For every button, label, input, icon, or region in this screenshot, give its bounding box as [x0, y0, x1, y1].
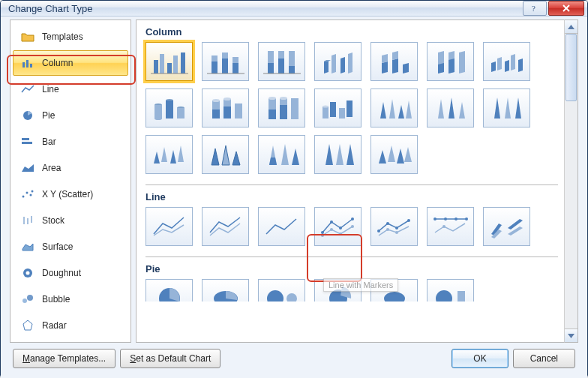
- chart-thumb-stacked-column[interactable]: [202, 42, 249, 81]
- chevron-down-icon: [568, 334, 574, 338]
- sidebar-item-label: Pie: [42, 110, 55, 121]
- column-icon: [21, 57, 34, 69]
- close-button[interactable]: [548, 1, 584, 16]
- chart-thumb-3d-stacked-column[interactable]: [370, 42, 418, 81]
- svg-rect-29: [222, 58, 228, 74]
- surface-icon: [21, 241, 34, 253]
- svg-rect-28: [212, 56, 218, 62]
- svg-rect-24: [173, 56, 178, 74]
- scroll-track[interactable]: [565, 34, 578, 328]
- svg-rect-54: [235, 104, 242, 118]
- help-button[interactable]: ?: [523, 1, 547, 16]
- scroll-thumb[interactable]: [566, 34, 577, 101]
- sidebar-item-stock[interactable]: Stock: [13, 208, 128, 233]
- chart-thumb-100-stacked-line[interactable]: [258, 207, 305, 246]
- svg-rect-30: [222, 52, 228, 58]
- svg-point-75: [377, 230, 380, 232]
- svg-rect-47: [177, 108, 184, 118]
- svg-point-53: [224, 98, 231, 100]
- svg-rect-22: [160, 54, 164, 74]
- svg-rect-59: [280, 105, 287, 119]
- chart-thumb-pyramid-clustered[interactable]: [202, 135, 249, 174]
- scroll-up-button[interactable]: [565, 20, 578, 34]
- chart-thumb-pyramid-100-stacked[interactable]: [314, 135, 362, 174]
- tooltip-line-with-markers: Line with Markers: [323, 278, 398, 292]
- svg-point-88: [267, 290, 284, 302]
- svg-point-81: [434, 218, 436, 220]
- svg-rect-56: [268, 110, 276, 119]
- svg-marker-20: [23, 320, 32, 330]
- scatter-icon: [21, 188, 34, 200]
- svg-point-85: [442, 225, 446, 228]
- chart-thumb-100-stacked-line-markers[interactable]: [427, 207, 474, 246]
- help-icon: ?: [530, 4, 539, 13]
- sidebar-item-label: Stock: [42, 215, 64, 226]
- sidebar-item-column[interactable]: Column: [13, 50, 128, 76]
- chart-thumb-3d-column[interactable]: [483, 42, 530, 81]
- svg-point-82: [444, 218, 447, 220]
- chart-thumb-cone-3d[interactable]: [146, 135, 193, 174]
- scroll-down-button[interactable]: [565, 328, 578, 342]
- chart-thumb-3d-clustered-column[interactable]: [314, 42, 362, 81]
- svg-point-18: [22, 298, 27, 303]
- folder-icon: [21, 31, 34, 43]
- sidebar-item-label: Line: [42, 84, 59, 94]
- svg-point-67: [321, 231, 324, 234]
- line-icon: [21, 83, 34, 95]
- svg-rect-32: [232, 57, 238, 63]
- svg-rect-64: [330, 102, 336, 117]
- svg-point-63: [322, 106, 328, 108]
- chart-thumb-cone-clustered[interactable]: [370, 88, 418, 128]
- svg-point-69: [339, 226, 342, 230]
- section-heading-line: Line: [146, 190, 558, 206]
- gallery-scrollbar[interactable]: [564, 20, 578, 343]
- chart-thumb-pie[interactable]: [146, 279, 193, 302]
- radar-icon: [21, 320, 34, 332]
- chart-thumb-cylinder-100-stacked[interactable]: [258, 88, 305, 128]
- chart-thumb-cone-100-stacked[interactable]: [483, 88, 530, 128]
- chart-thumb-pie-of-pie[interactable]: [258, 279, 305, 302]
- sidebar-item-line[interactable]: Line: [13, 76, 128, 102]
- chart-thumb-cylinder-stacked[interactable]: [202, 88, 249, 128]
- sidebar-item-area[interactable]: Area: [13, 155, 128, 181]
- sidebar-item-surface[interactable]: Surface: [13, 234, 128, 260]
- chart-thumb-pie-3d[interactable]: [202, 279, 249, 302]
- chart-thumb-pyramid-stacked[interactable]: [258, 135, 305, 174]
- chart-thumb-100-stacked-column[interactable]: [258, 42, 305, 81]
- sidebar-item-bar[interactable]: Bar: [13, 129, 128, 154]
- sidebar-item-templates[interactable]: Templates: [13, 24, 128, 50]
- chart-thumb-3d-line[interactable]: [483, 207, 530, 246]
- sidebar-item-scatter[interactable]: X Y (Scatter): [13, 182, 128, 207]
- chart-thumb-clustered-column[interactable]: [146, 42, 193, 81]
- section-heading-pie: Pie: [146, 262, 558, 278]
- chart-thumb-stacked-line[interactable]: [202, 207, 249, 246]
- chart-thumb-line[interactable]: [146, 207, 193, 246]
- svg-point-91: [384, 292, 405, 302]
- sidebar-item-doughnut[interactable]: Doughnut: [13, 260, 128, 286]
- sidebar-item-pie[interactable]: Pie: [13, 103, 128, 128]
- svg-rect-5: [30, 64, 32, 68]
- chart-gallery: Column: [136, 20, 564, 343]
- chart-thumb-pyramid-3d[interactable]: [370, 135, 418, 174]
- svg-rect-21: [154, 60, 158, 74]
- chart-thumb-stacked-line-markers[interactable]: [370, 207, 418, 246]
- svg-rect-4: [26, 60, 28, 68]
- cancel-button[interactable]: Cancel: [513, 349, 575, 368]
- svg-point-11: [30, 194, 32, 196]
- chart-thumb-3d-100-stacked-column[interactable]: [427, 42, 474, 81]
- chart-thumb-cone-stacked[interactable]: [427, 88, 474, 128]
- sidebar-item-label: Area: [42, 163, 61, 173]
- change-chart-type-dialog: Change Chart Type ? Templates Column: [0, 0, 588, 378]
- set-default-button[interactable]: Set as Default Chart: [120, 349, 220, 368]
- manage-templates-button[interactable]: Manage Templates...: [13, 349, 116, 368]
- sidebar-item-radar[interactable]: Radar: [13, 313, 128, 338]
- chart-thumb-cylinder-3d[interactable]: [314, 88, 362, 128]
- chart-thumb-bar-of-pie[interactable]: [427, 279, 474, 302]
- chart-thumb-line-with-markers[interactable]: [314, 207, 362, 246]
- svg-point-19: [27, 295, 33, 301]
- ok-button[interactable]: OK: [452, 349, 508, 368]
- sidebar-item-label: Doughnut: [42, 268, 81, 278]
- chart-thumb-cylinder-clustered[interactable]: [146, 88, 193, 128]
- window-title: Change Chart Type: [8, 3, 93, 14]
- sidebar-item-bubble[interactable]: Bubble: [13, 286, 128, 312]
